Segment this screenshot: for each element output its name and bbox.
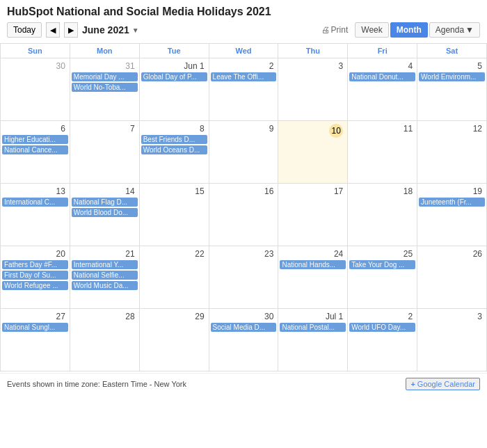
month-view-button[interactable]: Month: [390, 22, 428, 38]
calendar-event[interactable]: National Donut...: [349, 72, 415, 81]
calendar-cell[interactable]: 31Memorial Day ...World No-Toba...: [70, 58, 139, 121]
day-number: 27: [2, 310, 68, 323]
day-number: 3: [419, 310, 485, 323]
calendar-event[interactable]: National Hands...: [280, 260, 346, 269]
calendar-cell[interactable]: 14National Flag D...World Blood Do...: [70, 184, 139, 246]
day-number: 10: [329, 124, 343, 138]
printer-icon: 🖨: [321, 25, 330, 35]
calendar-cell[interactable]: 4National Donut...: [348, 58, 417, 121]
month-dropdown-icon[interactable]: ▼: [132, 26, 139, 34]
calendar-event[interactable]: Social Media D...: [211, 323, 277, 332]
calendar-cell[interactable]: 10: [278, 121, 348, 184]
day-number: 12: [419, 122, 485, 135]
week-view-button[interactable]: Week: [355, 22, 388, 38]
calendar-cell[interactable]: 9: [209, 121, 278, 184]
calendar-event[interactable]: National Sungl...: [2, 323, 68, 332]
page-title: HubSpot National and Social Media Holida…: [7, 6, 480, 18]
calendar-event[interactable]: Fathers Day #F...: [2, 260, 68, 269]
calendar-cell[interactable]: 21International Y...National Selfie...Wo…: [70, 246, 139, 309]
calendar-event[interactable]: World UFO Day...: [349, 323, 415, 332]
calendar-cell[interactable]: 11: [348, 121, 417, 184]
day-number: 22: [141, 248, 207, 260]
day-number: 31: [72, 60, 138, 72]
day-header-tue: Tue: [139, 44, 209, 58]
calendar-cell[interactable]: 17: [278, 184, 348, 246]
calendar-cell[interactable]: Jul 1National Postal...: [278, 309, 348, 371]
calendar-event[interactable]: Global Day of P...: [141, 72, 207, 81]
calendar-event[interactable]: Memorial Day ...: [72, 72, 138, 81]
day-number: 9: [211, 122, 277, 135]
today-button[interactable]: Today: [7, 22, 42, 38]
calendar-cell[interactable]: 2Leave The Offi...: [209, 58, 278, 121]
day-number: 2: [211, 60, 277, 72]
calendar-event[interactable]: Take Your Dog ...: [349, 260, 415, 269]
plus-icon: +: [410, 380, 415, 388]
prev-button[interactable]: ◀: [46, 22, 60, 38]
calendar-event[interactable]: International Y...: [72, 260, 138, 269]
calendar-cell[interactable]: 27National Sungl...: [1, 309, 70, 371]
calendar-event[interactable]: Higher Educati...: [2, 135, 68, 144]
calendar-event[interactable]: National Postal...: [280, 323, 346, 332]
calendar-cell[interactable]: 13International C...: [1, 184, 70, 246]
print-button[interactable]: 🖨 Print: [321, 25, 349, 35]
calendar-cell[interactable]: 18: [348, 184, 417, 246]
current-month-label: June 2021: [82, 24, 129, 35]
calendar-cell[interactable]: 16: [209, 184, 278, 246]
calendar-cell[interactable]: 22: [139, 246, 209, 309]
calendar-table: SunMonTueWedThuFriSat 3031Memorial Day .…: [0, 43, 487, 371]
day-number: 2: [349, 310, 415, 323]
calendar-event[interactable]: National Cance...: [2, 145, 68, 154]
timezone-label: Events shown in time zone: Eastern Time …: [7, 380, 186, 388]
day-number: 20: [2, 248, 68, 260]
day-number: 15: [141, 185, 207, 198]
calendar-event[interactable]: International C...: [2, 198, 68, 207]
day-number: 14: [72, 185, 138, 198]
calendar-event[interactable]: World No-Toba...: [72, 83, 138, 92]
calendar-event[interactable]: World Music Da...: [72, 281, 138, 290]
calendar-cell[interactable]: 23: [209, 246, 278, 309]
calendar-cell[interactable]: 15: [139, 184, 209, 246]
calendar-cell[interactable]: 25Take Your Dog ...: [348, 246, 417, 309]
calendar-cell[interactable]: 6Higher Educati...National Cance...: [1, 121, 70, 184]
agenda-view-button[interactable]: Agenda ▼: [429, 22, 480, 38]
day-header-wed: Wed: [209, 44, 278, 58]
calendar-cell[interactable]: 19Juneteenth (Fr...: [417, 184, 487, 246]
day-header-sat: Sat: [417, 44, 487, 58]
calendar-cell[interactable]: 8Best Friends D...World Oceans D...: [139, 121, 209, 184]
day-header-fri: Fri: [348, 44, 417, 58]
day-number: 13: [2, 185, 68, 198]
day-header-sun: Sun: [1, 44, 70, 58]
calendar-event[interactable]: Juneteenth (Fr...: [419, 198, 485, 207]
calendar-cell[interactable]: 12: [417, 121, 487, 184]
day-number: 3: [280, 60, 346, 72]
calendar-cell[interactable]: 30Social Media D...: [209, 309, 278, 371]
calendar-event[interactable]: First Day of Su...: [2, 271, 68, 280]
calendar-cell[interactable]: 30: [1, 58, 70, 121]
calendar-cell[interactable]: 3: [278, 58, 348, 121]
calendar-cell[interactable]: Jun 1Global Day of P...: [139, 58, 209, 121]
calendar-event[interactable]: World Refugee ...: [2, 281, 68, 290]
next-button[interactable]: ▶: [64, 22, 78, 38]
day-number: 25: [349, 248, 415, 260]
calendar-event[interactable]: National Selfie...: [72, 271, 138, 280]
day-number: 21: [72, 248, 138, 260]
calendar-cell[interactable]: 20Fathers Day #F...First Day of Su...Wor…: [1, 246, 70, 309]
calendar-cell[interactable]: 2World UFO Day...: [348, 309, 417, 371]
calendar-event[interactable]: World Blood Do...: [72, 208, 138, 217]
day-number: 28: [72, 310, 138, 323]
calendar-cell[interactable]: 3: [417, 309, 487, 371]
calendar-event[interactable]: World Oceans D...: [141, 145, 207, 154]
calendar-cell[interactable]: 24National Hands...: [278, 246, 348, 309]
calendar-event[interactable]: Leave The Offi...: [211, 72, 277, 81]
calendar-event[interactable]: World Environm...: [419, 72, 485, 81]
calendar-cell[interactable]: 28: [70, 309, 139, 371]
day-number: 23: [211, 248, 277, 260]
calendar-event[interactable]: National Flag D...: [72, 198, 138, 207]
day-number: 18: [349, 185, 415, 198]
calendar-cell[interactable]: 26: [417, 246, 487, 309]
calendar-cell[interactable]: 29: [139, 309, 209, 371]
google-calendar-button[interactable]: + Google Calendar: [406, 378, 480, 390]
calendar-cell[interactable]: 7: [70, 121, 139, 184]
calendar-event[interactable]: Best Friends D...: [141, 135, 207, 144]
calendar-cell[interactable]: 5World Environm...: [417, 58, 487, 121]
